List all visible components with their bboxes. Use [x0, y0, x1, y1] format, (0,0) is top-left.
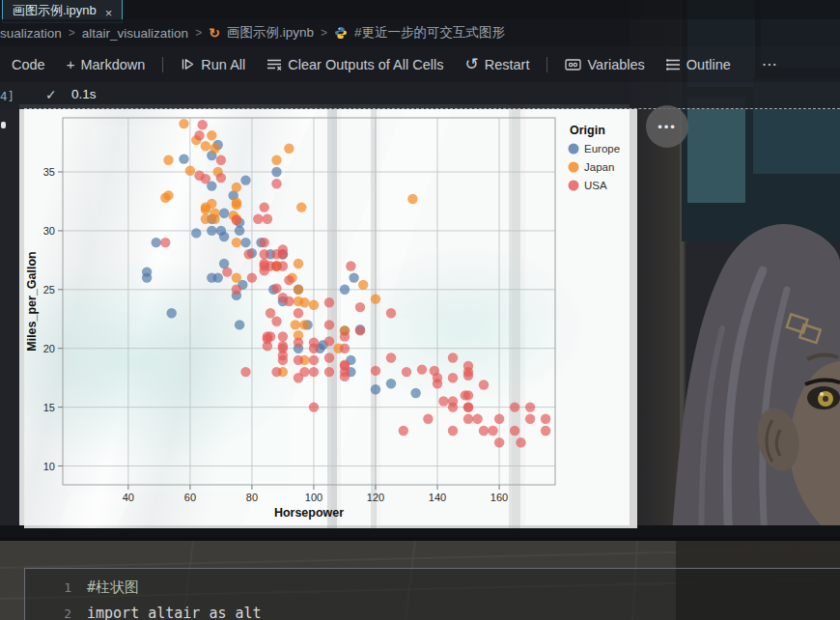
data-point [371, 384, 380, 394]
data-point [294, 355, 303, 365]
data-point [340, 331, 350, 341]
data-point [185, 166, 195, 176]
data-point [278, 331, 288, 341]
x-tick-label: 40 [123, 492, 134, 503]
chevron-right-icon: > [195, 26, 202, 40]
add-markdown-cell-button[interactable]: + Markdown [59, 53, 154, 76]
data-point [299, 320, 309, 329]
y-tick-label: 10 [43, 461, 55, 472]
breadcrumb-item-folder2[interactable]: altair_visualization [82, 26, 188, 41]
data-point [324, 367, 334, 377]
legend-swatch-Japan[interactable] [569, 162, 579, 173]
output-more-icon: ••• [658, 120, 677, 134]
outline-button[interactable]: Outline [658, 53, 739, 76]
data-point [142, 267, 152, 276]
output-options-button[interactable]: ••• [646, 105, 688, 148]
data-point [479, 380, 489, 389]
data-point [163, 155, 173, 165]
close-icon[interactable]: × [105, 7, 113, 19]
data-point [355, 302, 365, 312]
data-point [386, 308, 396, 318]
data-point [207, 130, 216, 140]
data-point [324, 336, 334, 346]
line-number: 1 [25, 575, 87, 601]
data-point [232, 272, 241, 282]
data-point [488, 426, 497, 436]
legend-label-USA[interactable]: USA [584, 180, 607, 191]
data-point [271, 367, 281, 377]
legend-swatch-Europe[interactable] [569, 144, 579, 155]
clear-outputs-icon [266, 57, 282, 71]
toolbar-variables-label: Variables [587, 57, 644, 72]
data-point [358, 280, 368, 290]
data-point [371, 366, 380, 376]
data-point [448, 373, 458, 382]
legend-label-Europe[interactable]: Europe [584, 143, 620, 155]
data-point [271, 179, 281, 188]
breadcrumb: sualization > altair_visualization > ↻ 画… [0, 19, 840, 46]
add-code-cell-button[interactable]: Code [4, 53, 53, 76]
clear-outputs-button[interactable]: Clear Outputs of All Cells [259, 53, 451, 76]
data-point [324, 297, 334, 307]
data-point [525, 414, 535, 424]
data-point [260, 249, 269, 259]
data-point [294, 259, 303, 268]
breadcrumb-item-cell[interactable]: #更近一步的可交互式图形 [354, 24, 505, 42]
data-point [271, 317, 281, 326]
data-point [232, 238, 241, 247]
data-point [207, 199, 216, 209]
variables-button[interactable]: Variables [557, 53, 652, 76]
y-tick-label: 35 [43, 166, 55, 178]
chevron-right-icon: > [69, 26, 75, 40]
y-tick-label: 20 [43, 343, 55, 354]
data-point [284, 296, 294, 306]
run-all-button[interactable]: Run All [173, 53, 253, 76]
data-point [266, 331, 275, 341]
data-point [278, 341, 288, 351]
data-point [294, 337, 303, 347]
x-tick-label: 80 [246, 492, 258, 503]
chevron-right-icon: > [321, 26, 327, 40]
data-point [235, 320, 244, 329]
x-axis-title: Horsepower [274, 506, 344, 520]
data-point [191, 228, 201, 238]
breadcrumb-item-file[interactable]: 画图示例.ipynb [227, 24, 314, 42]
data-point [240, 367, 250, 377]
toolbar-restart-label: Restart [485, 57, 530, 72]
data-point [219, 232, 229, 241]
restart-button[interactable]: ↺ Restart [457, 53, 537, 76]
data-point [160, 238, 170, 247]
code-text: import altair as alt [87, 601, 262, 620]
series-Japan [160, 119, 417, 377]
data-point [152, 238, 161, 247]
breadcrumb-item-folder[interactable]: sualization [0, 26, 62, 41]
data-point [294, 285, 303, 295]
data-point [541, 426, 550, 436]
chart-legend[interactable]: OriginEuropeJapanUSA [569, 124, 621, 191]
scatter-chart[interactable]: 406080100120140160101520253035Horsepower… [24, 109, 637, 528]
data-point [260, 238, 269, 247]
data-point [510, 402, 519, 411]
tab-bar: 画图示例.ipynb × [0, 0, 840, 19]
data-point [167, 308, 177, 318]
data-point [210, 209, 219, 218]
code-cell[interactable]: 1 #柱状图 2 import altair as alt [24, 568, 840, 620]
y-tick-label: 25 [43, 284, 55, 296]
toolbar-clear-outputs-label: Clear Outputs of All Cells [288, 57, 443, 72]
data-point [294, 308, 303, 318]
code-line[interactable]: 2 import altair as alt [25, 601, 840, 620]
data-point [402, 367, 411, 377]
data-point [216, 173, 226, 183]
y-axis-title: Miles_per_Gallon [25, 251, 39, 352]
gutter-dot [1, 122, 6, 128]
data-point [355, 325, 365, 335]
legend-label-Japan[interactable]: Japan [584, 161, 614, 173]
data-point [278, 261, 288, 270]
data-point [263, 214, 272, 224]
more-actions-button[interactable]: ⋯ [754, 51, 786, 77]
legend-swatch-USA[interactable] [569, 181, 579, 191]
data-point [386, 352, 396, 362]
code-line[interactable]: 1 #柱状图 [25, 575, 840, 601]
data-point [266, 308, 275, 318]
data-point [232, 183, 241, 192]
